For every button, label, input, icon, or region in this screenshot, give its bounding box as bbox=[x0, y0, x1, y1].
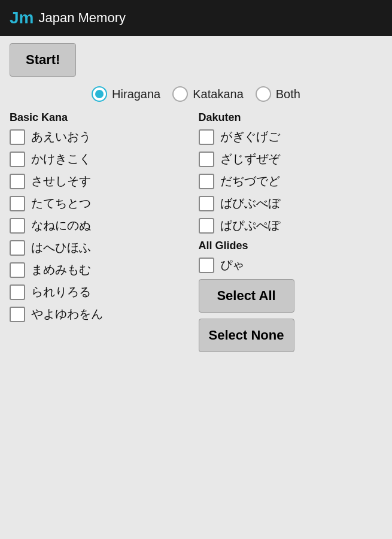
radio-both[interactable]: Both bbox=[256, 86, 300, 102]
main-content: Start! Hiragana Katakana Both Basic Kana… bbox=[0, 36, 392, 365]
app-title: Japan Memory bbox=[38, 10, 126, 26]
dakuten-row: がぎぐげご bbox=[199, 129, 383, 145]
radio-label-hiragana: Hiragana bbox=[112, 87, 160, 101]
basic-kana-checkbox-0[interactable] bbox=[10, 129, 25, 145]
app-header: Jm Japan Memory bbox=[0, 0, 392, 36]
basic-kana-row: やよゆわをん bbox=[10, 306, 194, 322]
all-glides-title: All Glides bbox=[199, 240, 383, 252]
basic-kana-text-5: はへひほふ bbox=[31, 240, 91, 256]
all-glides-row: ぴゃ bbox=[199, 257, 383, 273]
dakuten-checkbox-0[interactable] bbox=[199, 129, 214, 145]
basic-kana-column: Basic Kana あえいおう かけきこく させしそす たてちとつ なねにのぬ… bbox=[10, 111, 194, 358]
radio-circle-both bbox=[256, 86, 271, 102]
dakuten-row: だぢづでど bbox=[199, 173, 383, 189]
basic-kana-row: たてちとつ bbox=[10, 195, 194, 211]
radio-katakana[interactable]: Katakana bbox=[172, 86, 244, 102]
dakuten-title: Dakuten bbox=[199, 111, 383, 124]
basic-kana-text-1: かけきこく bbox=[31, 151, 91, 167]
radio-label-katakana: Katakana bbox=[193, 87, 244, 101]
dakuten-text-2: だぢづでど bbox=[220, 173, 280, 189]
basic-kana-checkbox-2[interactable] bbox=[10, 174, 25, 189]
dakuten-text-3: ばびぶべぼ bbox=[220, 195, 280, 211]
dakuten-text-4: ぱぴぷぺぽ bbox=[220, 217, 280, 234]
basic-kana-row: させしそす bbox=[10, 173, 194, 189]
basic-kana-row: なねにのぬ bbox=[10, 217, 194, 234]
select-none-button[interactable]: Select None bbox=[199, 319, 294, 352]
basic-kana-row: あえいおう bbox=[10, 129, 194, 145]
basic-kana-text-2: させしそす bbox=[31, 173, 91, 189]
dakuten-row: ざじずぜぞ bbox=[199, 151, 383, 167]
basic-kana-checkbox-8[interactable] bbox=[10, 307, 25, 322]
basic-kana-list: あえいおう かけきこく させしそす たてちとつ なねにのぬ はへひほふ まめみも… bbox=[10, 129, 194, 322]
glides-checkbox-0[interactable] bbox=[199, 258, 214, 273]
dakuten-text-1: ざじずぜぞ bbox=[220, 151, 280, 167]
basic-kana-text-0: あえいおう bbox=[31, 129, 91, 145]
dakuten-checkbox-4[interactable] bbox=[199, 218, 214, 234]
dakuten-row: ぱぴぷぺぽ bbox=[199, 217, 383, 234]
dakuten-column: Dakuten がぎぐげご ざじずぜぞ だぢづでど ばびぶべぼ ぱぴぷぺぽ Al… bbox=[194, 111, 383, 358]
radio-circle-hiragana bbox=[92, 86, 107, 102]
dakuten-checkbox-2[interactable] bbox=[199, 174, 214, 189]
dakuten-row: ばびぶべぼ bbox=[199, 195, 383, 211]
kana-columns: Basic Kana あえいおう かけきこく させしそす たてちとつ なねにのぬ… bbox=[10, 111, 382, 358]
basic-kana-checkbox-7[interactable] bbox=[10, 284, 25, 300]
glides-text-0: ぴゃ bbox=[220, 257, 244, 273]
all-glides-list: ぴゃ bbox=[199, 257, 383, 273]
radio-label-both: Both bbox=[276, 87, 300, 101]
dakuten-checkbox-3[interactable] bbox=[199, 196, 214, 211]
basic-kana-row: まめみもむ bbox=[10, 262, 194, 278]
basic-kana-text-8: やよゆわをん bbox=[31, 306, 103, 322]
basic-kana-checkbox-6[interactable] bbox=[10, 262, 25, 278]
basic-kana-title: Basic Kana bbox=[10, 111, 194, 124]
dakuten-text-0: がぎぐげご bbox=[220, 129, 280, 145]
basic-kana-checkbox-1[interactable] bbox=[10, 152, 25, 167]
basic-kana-checkbox-4[interactable] bbox=[10, 218, 25, 234]
dakuten-list: がぎぐげご ざじずぜぞ だぢづでど ばびぶべぼ ぱぴぷぺぽ bbox=[199, 129, 383, 234]
basic-kana-text-4: なねにのぬ bbox=[31, 217, 91, 234]
basic-kana-checkbox-5[interactable] bbox=[10, 240, 25, 256]
start-button[interactable]: Start! bbox=[10, 43, 76, 77]
basic-kana-checkbox-3[interactable] bbox=[10, 196, 25, 211]
mode-radio-group: Hiragana Katakana Both bbox=[10, 86, 382, 102]
radio-dot-hiragana bbox=[95, 90, 104, 98]
app-logo: Jm bbox=[10, 8, 34, 28]
radio-circle-katakana bbox=[172, 86, 188, 102]
basic-kana-text-3: たてちとつ bbox=[31, 195, 91, 211]
dakuten-checkbox-1[interactable] bbox=[199, 152, 214, 167]
basic-kana-row: はへひほふ bbox=[10, 240, 194, 256]
basic-kana-text-7: られりろる bbox=[31, 284, 91, 300]
basic-kana-row: かけきこく bbox=[10, 151, 194, 167]
select-all-button[interactable]: Select All bbox=[199, 279, 294, 313]
radio-hiragana[interactable]: Hiragana bbox=[92, 86, 160, 102]
basic-kana-row: られりろる bbox=[10, 284, 194, 300]
basic-kana-text-6: まめみもむ bbox=[31, 262, 91, 278]
